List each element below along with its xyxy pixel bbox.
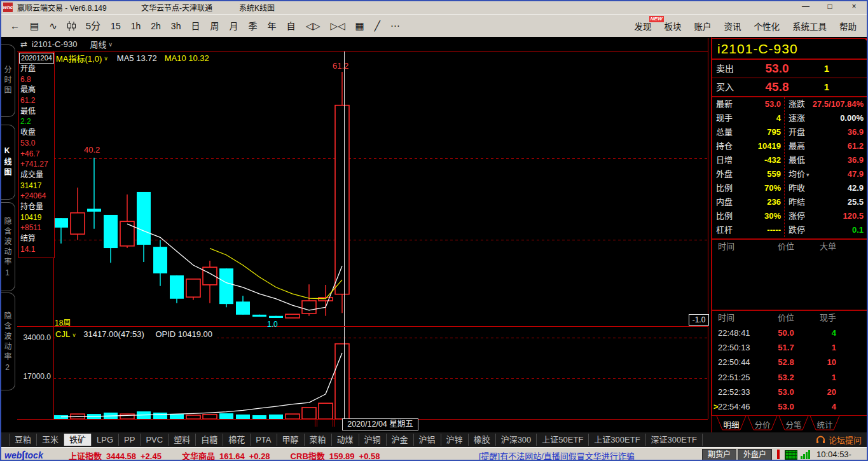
period-button-3h[interactable]: 3h — [166, 17, 186, 36]
tick-time: 22:52:33 — [718, 385, 750, 399]
product-tab-PP[interactable]: PP — [118, 434, 140, 446]
product-tab-沪铝[interactable]: 沪铝 — [413, 434, 441, 446]
account-button-期货户[interactable]: 期货户 — [702, 449, 736, 460]
draw-line-icon[interactable]: ╱ — [369, 17, 385, 36]
product-tab-甲醇[interactable]: 甲醇 — [277, 434, 304, 446]
split-compare-icon[interactable]: ◁▷ — [300, 17, 325, 36]
product-tab-LPG[interactable]: LPG — [91, 434, 118, 446]
product-tab-沪铜[interactable]: 沪铜 — [359, 434, 386, 446]
bid-price: 45.8 — [750, 78, 804, 96]
tooltip-row: 收盘 — [19, 127, 54, 138]
big-order-header: 时间 价位 大单 — [712, 240, 867, 254]
stat-label: 均价▾ — [789, 167, 809, 182]
period-button-周[interactable]: 周 — [205, 17, 224, 36]
indicator-selector[interactable]: MA指标(1,0) — [56, 52, 102, 64]
tick-row: 22:50:1351.71 — [712, 340, 867, 355]
quote-tab-分价[interactable]: 分价 — [748, 418, 777, 430]
forum-link[interactable]: 论坛提问 — [816, 434, 862, 446]
product-tab-豆粕[interactable]: 豆粕 — [9, 434, 36, 446]
period-button-2h[interactable]: 2h — [146, 17, 166, 36]
menu-发现[interactable]: 发现NEW — [628, 20, 658, 32]
period-button-日[interactable]: 日 — [186, 17, 205, 36]
product-tab-塑料[interactable]: 塑料 — [168, 434, 195, 446]
product-tab-深证300ETF[interactable]: 深证300ETF — [645, 434, 703, 446]
week-count-label: 18周 — [55, 317, 71, 327]
line-chart-icon[interactable]: ∿ — [44, 17, 62, 36]
product-tab-沪深300[interactable]: 沪深300 — [495, 434, 537, 446]
sidebar-tab-隐含波动率1[interactable]: 隐含波动率1 — [0, 202, 15, 291]
account-button-外盘户[interactable]: 外盘户 — [738, 449, 772, 460]
chart-plot[interactable] — [17, 37, 711, 432]
ohlc-tooltip: 20201204 开盘6.8最高61.2最低2.2收盘53.0+46.7+741… — [18, 52, 55, 258]
volume-indicator-selector[interactable]: CJL — [55, 329, 70, 339]
product-tab-上证50ETF[interactable]: 上证50ETF — [536, 434, 588, 446]
menu-资讯[interactable]: 资讯 — [718, 20, 748, 32]
menu-个性化[interactable]: 个性化 — [748, 20, 787, 32]
tick-price: 51.7 — [768, 340, 804, 355]
maximize-button[interactable]: □ — [822, 1, 837, 12]
col-price: 价位 — [768, 311, 804, 325]
stat-value: 0.1 — [852, 223, 864, 237]
candlestick-icon[interactable] — [62, 21, 81, 31]
period-button-15[interactable]: 15 — [106, 17, 126, 36]
chart-header: ⇄ i2101-C-930 周线 ∨ — [20, 38, 113, 50]
tooltip-row: +8511 — [19, 223, 54, 233]
left-tab-strip: 分时图K线图隐含波动率1隐含波动率2 — [0, 37, 17, 432]
product-tab-白糖[interactable]: 白糖 — [195, 434, 223, 446]
product-tab-沪锌[interactable]: 沪锌 — [441, 434, 468, 446]
titlebar: whc 赢顺云端交易 - Ver6.8.149 文华云节点-天津联通 系统K线图… — [0, 0, 868, 14]
period-button-月[interactable]: 月 — [224, 17, 243, 36]
avg-price-caret-icon[interactable]: ▾ — [806, 172, 809, 178]
cursor-date-box: 2020/12/04 星期五 — [342, 418, 418, 430]
minute-period-icon[interactable]: 5分 — [81, 17, 106, 36]
product-tab-铁矿[interactable]: 铁矿 — [64, 434, 91, 446]
indicator-row: MA指标(1,0) ∨ MA5 13.72 MA10 10.32 — [56, 52, 209, 64]
swing-high-label: 40.2 — [84, 145, 100, 155]
app-window: whc 赢顺云端交易 - Ver6.8.149 文华云节点-天津联通 系统K线图… — [0, 0, 868, 461]
back-icon[interactable]: ← — [5, 17, 25, 36]
tick-qty: 10 — [806, 355, 836, 369]
keyboard-status-icon[interactable] — [785, 450, 797, 460]
quote-tab-统计[interactable]: 统计 — [810, 418, 839, 430]
sidebar-tab-隐含波动率2[interactable]: 隐含波动率2 — [0, 292, 15, 390]
product-tab-沪金[interactable]: 沪金 — [386, 434, 413, 446]
product-tab-PTA[interactable]: PTA — [250, 434, 276, 446]
period-button-季[interactable]: 季 — [243, 17, 262, 36]
quote-board-icon[interactable]: ▤ — [25, 17, 44, 36]
ask-row[interactable]: 卖出 53.0 1 — [712, 60, 867, 78]
close-button[interactable]: × — [846, 1, 862, 12]
menu-板块[interactable]: 板块 — [658, 20, 688, 32]
period-button-1h[interactable]: 1h — [126, 17, 146, 36]
col-price: 价位 — [768, 240, 804, 254]
mirror-compare-icon[interactable]: ▷◁ — [326, 17, 350, 36]
product-tab-橡胶[interactable]: 橡胶 — [468, 434, 495, 446]
quote-tab-明细[interactable]: 明细 — [717, 418, 746, 430]
grid-layout-icon[interactable]: ▦ — [350, 17, 369, 36]
compare-icon[interactable]: ⇄ — [20, 39, 27, 49]
product-tab-菜粕[interactable]: 菜粕 — [304, 434, 331, 446]
minimize-button[interactable]: — — [798, 1, 813, 12]
menu-账户[interactable]: 账户 — [688, 20, 718, 32]
product-tab-上证300ETF[interactable]: 上证300ETF — [588, 434, 645, 446]
chart-period-selector[interactable]: 周线 — [90, 38, 106, 50]
product-tab-PVC[interactable]: PVC — [140, 434, 168, 446]
sidebar-tab-K线图[interactable]: K线图 — [0, 125, 15, 200]
stat-value: 30% — [764, 209, 781, 223]
stat-label: 杠杆 — [716, 223, 733, 237]
sidebar-tab-分时图[interactable]: 分时图 — [0, 45, 15, 117]
period-button-年[interactable]: 年 — [262, 17, 281, 36]
product-tab-动煤[interactable]: 动煤 — [331, 434, 359, 446]
stat-row-昨结: 昨结25.5 — [785, 195, 867, 209]
tick-price: 52.8 — [768, 355, 804, 369]
period-button-自[interactable]: 自 — [281, 17, 300, 36]
menu-系统工具[interactable]: 系统工具 — [786, 20, 833, 32]
product-tab-棉花[interactable]: 棉花 — [223, 434, 250, 446]
bid-row[interactable]: 买入 45.8 1 — [712, 78, 867, 96]
product-tab-玉米[interactable]: 玉米 — [36, 434, 64, 446]
menu-帮助[interactable]: 帮助 — [833, 20, 863, 32]
quote-tab-分笔[interactable]: 分笔 — [779, 418, 808, 430]
tick-qty: 4 — [806, 399, 836, 414]
tooltip-row: 53.0 — [19, 138, 54, 149]
more-icon[interactable]: ⋯ — [385, 17, 405, 36]
tick-qty: 1 — [806, 370, 836, 385]
